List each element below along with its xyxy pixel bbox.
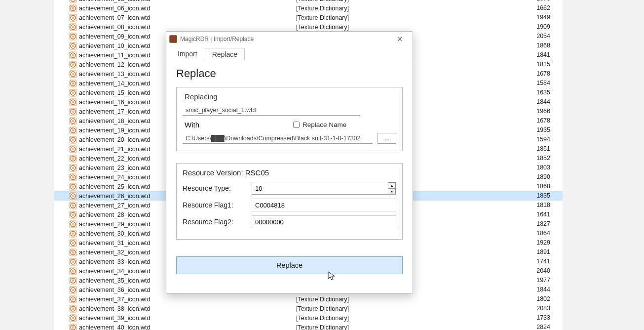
file-icon [69, 42, 77, 50]
resource-version-title: Resource Version: RSC05 [183, 168, 396, 177]
file-size: 1868 [511, 182, 550, 191]
resource-type-stepper[interactable]: ▲ ▼ [252, 182, 396, 195]
file-icon [69, 202, 77, 209]
svg-point-44 [72, 129, 75, 131]
file-size: 1844 [511, 285, 550, 294]
path-field[interactable] [183, 133, 373, 144]
file-size: 1678 [511, 116, 550, 125]
file-size: 1909 [511, 22, 550, 32]
file-size: 1827 [511, 219, 550, 229]
svg-point-98 [72, 298, 75, 300]
file-size: 1935 [511, 125, 550, 135]
with-label: With [185, 121, 283, 129]
svg-point-23 [72, 63, 75, 66]
file-size: 1864 [511, 229, 550, 238]
svg-point-95 [72, 289, 75, 291]
file-icon [69, 108, 77, 116]
section-heading: Replace [176, 67, 403, 80]
svg-point-92 [72, 279, 75, 282]
file-size: 1852 [511, 154, 550, 163]
file-icon [69, 126, 77, 134]
flag2-label: Resource Flag2: [183, 218, 252, 226]
replacing-field[interactable] [183, 105, 360, 116]
file-icon [69, 295, 77, 303]
table-row[interactable]: achievement_08_icon.wtd[Texture Dictiona… [54, 22, 563, 32]
file-size: 1977 [511, 276, 550, 285]
tab-strip: Import Replace [166, 46, 413, 60]
browse-button[interactable]: ... [378, 133, 396, 144]
tab-replace[interactable]: Replace [205, 48, 245, 60]
file-icon [69, 277, 77, 285]
file-size: 1733 [511, 313, 550, 323]
svg-point-56 [72, 166, 75, 169]
spin-down-icon[interactable]: ▼ [388, 188, 396, 194]
file-size: 1890 [511, 172, 550, 182]
app-icon [169, 35, 177, 43]
file-icon [69, 220, 77, 228]
file-size: 1870 [511, 0, 550, 3]
replace-button[interactable]: Replace [176, 256, 403, 274]
svg-point-83 [72, 251, 75, 253]
flag2-input[interactable] [252, 215, 396, 228]
file-size: 1803 [511, 163, 550, 172]
file-size: 1891 [511, 248, 550, 257]
table-row[interactable]: achievement_05_icon.wtd[Texture Dictiona… [54, 0, 563, 3]
table-row[interactable]: achievement_40_icon.wtd[Texture Dictiona… [54, 323, 563, 330]
spin-up-icon[interactable]: ▲ [388, 182, 396, 188]
svg-point-71 [72, 213, 75, 216]
size-column: 1870166219491909205418681841181516781584… [511, 0, 550, 330]
svg-point-41 [72, 120, 75, 122]
close-button[interactable] [390, 32, 410, 46]
file-size: 1844 [511, 97, 550, 107]
resource-type-label: Resource Type: [183, 184, 252, 192]
svg-point-59 [72, 176, 75, 178]
replace-name-input[interactable] [293, 122, 300, 128]
file-size: 1818 [511, 201, 550, 210]
file-size: 1851 [511, 144, 550, 154]
table-row[interactable]: achievement_37_icon.wtd[Texture Dictiona… [54, 294, 563, 304]
svg-point-5 [72, 7, 75, 9]
table-row[interactable]: achievement_39_icon.wtd[Texture Dictiona… [54, 313, 563, 323]
dialog-title: MagicRDR | Import/Replace [180, 36, 390, 42]
file-name: achievement_37_icon.wtd [79, 296, 296, 303]
file-size: 2824 [511, 323, 550, 330]
file-size: 1662 [511, 3, 550, 13]
flag1-label: Resource Flag1: [183, 201, 252, 209]
file-size: 1949 [511, 13, 550, 22]
file-icon [69, 0, 77, 3]
file-icon [69, 314, 77, 322]
file-name: achievement_40_icon.wtd [79, 324, 296, 330]
file-name: achievement_08_icon.wtd [79, 24, 296, 31]
svg-point-8 [72, 16, 75, 19]
table-row[interactable]: achievement_06_icon.wtd[Texture Dictiona… [54, 3, 563, 13]
svg-point-47 [72, 138, 75, 141]
dialog-titlebar[interactable]: MagicRDR | Import/Replace [166, 32, 413, 46]
tab-import[interactable]: Import [170, 47, 205, 60]
file-size: 2040 [511, 266, 550, 276]
dialog-content: Replace Replacing With Replace Name ... … [166, 60, 413, 281]
file-size: 2054 [511, 32, 550, 41]
table-row[interactable]: achievement_38_icon.wtd[Texture Dictiona… [54, 304, 563, 313]
file-icon [69, 51, 77, 59]
file-icon [69, 258, 77, 266]
replace-name-label: Replace Name [303, 121, 346, 128]
file-name: achievement_06_icon.wtd [79, 5, 296, 12]
svg-point-89 [72, 270, 75, 272]
file-icon [69, 155, 77, 163]
table-row[interactable]: achievement_07_icon.wtd[Texture Dictiona… [54, 13, 563, 22]
file-icon [69, 33, 77, 41]
flag1-input[interactable] [252, 199, 396, 211]
file-name: achievement_05_icon.wtd [79, 0, 296, 2]
svg-point-11 [72, 26, 75, 28]
resource-type-input[interactable] [252, 182, 396, 195]
svg-point-86 [72, 260, 75, 263]
replace-name-checkbox[interactable]: Replace Name [293, 121, 346, 128]
file-name: achievement_38_icon.wtd [79, 305, 296, 312]
file-icon [69, 248, 77, 256]
file-icon [69, 117, 77, 125]
file-size: 1929 [511, 238, 550, 248]
file-size: 1741 [511, 257, 550, 266]
svg-point-20 [72, 54, 75, 56]
file-size: 1641 [511, 210, 550, 219]
svg-point-65 [72, 195, 75, 197]
